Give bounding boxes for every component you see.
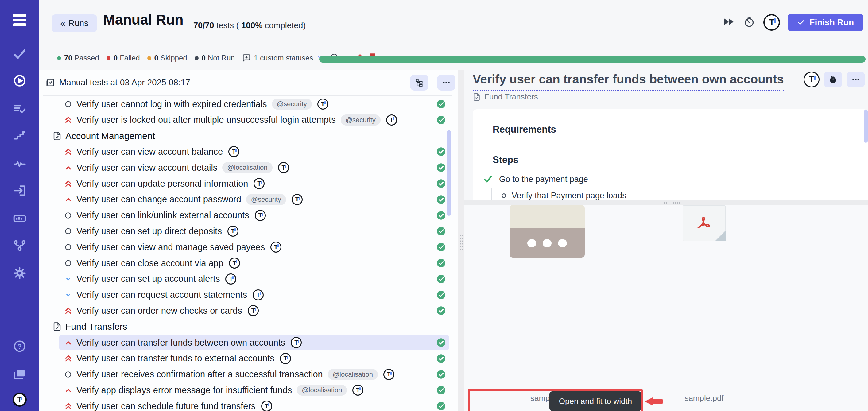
test-row[interactable]: Verify user can set up account alerts T	[39, 271, 458, 287]
priority-high-icon	[64, 164, 73, 172]
ai-indicator-icon[interactable]: T	[352, 385, 363, 396]
test-row[interactable]: Verify app displays error message for in…	[39, 382, 458, 398]
ai-indicator-icon[interactable]: T	[228, 146, 239, 157]
test-row[interactable]: Verify user can view account balance T	[39, 144, 458, 160]
test-row[interactable]: Verify user can close account via app T	[39, 255, 458, 271]
tag-pill: @security	[246, 194, 286, 205]
test-row[interactable]: Verify user can transfer funds between o…	[39, 335, 458, 351]
test-row-title: Verify user can update personal informat…	[76, 179, 248, 189]
list-more-button[interactable]	[437, 74, 456, 91]
ai-indicator-icon[interactable]: T	[253, 178, 265, 189]
substep-text: Verify that Payment page loads	[512, 191, 626, 200]
back-to-runs-button[interactable]: « Runs	[52, 14, 97, 32]
ai-indicator-icon[interactable]: T	[248, 305, 259, 316]
sidebar-steps-icon[interactable]	[12, 128, 27, 143]
tag-pill: @localisation	[328, 369, 378, 380]
ai-assistant-icon[interactable]: T	[804, 71, 819, 88]
ai-indicator-icon[interactable]: T	[261, 401, 272, 411]
ai-indicator-icon[interactable]: T	[225, 274, 236, 285]
test-row[interactable]: Verify user can order new checks or card…	[39, 303, 458, 319]
menu-icon[interactable]	[13, 14, 26, 28]
priority-high-icon	[64, 339, 73, 347]
sidebar-check-icon[interactable]	[12, 47, 27, 61]
topbar-actions: T Finish Run	[722, 13, 863, 31]
detail-scrollbar[interactable]	[864, 109, 868, 143]
finish-run-button[interactable]: Finish Run	[788, 13, 863, 31]
ai-indicator-icon[interactable]: T	[317, 98, 329, 109]
sidebar-sign-in-icon[interactable]	[12, 184, 27, 198]
attachment-image-thumbnail[interactable]	[509, 205, 585, 257]
notrun-count: 0Not Run	[195, 54, 235, 62]
stopwatch-button[interactable]	[824, 71, 842, 88]
ai-indicator-icon[interactable]: T	[278, 162, 289, 173]
test-content-card: Requirements Steps	[473, 109, 868, 200]
ai-indicator-icon[interactable]: T	[227, 226, 239, 236]
test-row[interactable]: Verify user can update personal informat…	[39, 176, 458, 192]
test-row[interactable]: Verify user cannot log in with expired c…	[39, 96, 458, 112]
attachments-resize-handle[interactable]	[464, 200, 868, 205]
tree-view-button[interactable]	[410, 74, 429, 91]
percent-complete: 100%	[241, 21, 262, 30]
test-row[interactable]: Verify user can schedule future fund tra…	[39, 398, 458, 411]
test-row[interactable]: Verify user can change account password …	[39, 192, 458, 208]
passed-status-badge	[436, 147, 446, 156]
test-row[interactable]: Verify user is locked out after multiple…	[39, 112, 458, 128]
breadcrumb-label: Fund Transfers	[484, 92, 538, 102]
step-text: Go to the payment page	[499, 175, 588, 184]
test-row[interactable]: Verify user receives confirmation after …	[39, 367, 458, 382]
test-row[interactable]: Verify user can link/unlink external acc…	[39, 208, 458, 223]
ai-indicator-icon[interactable]: T	[280, 353, 291, 364]
test-row[interactable]: Verify user can set up direct deposits T	[39, 223, 458, 239]
test-row[interactable]: Verify user can view account details @lo…	[39, 160, 458, 176]
passed-status-badge	[436, 338, 446, 347]
sidebar-gear-icon[interactable]	[12, 266, 27, 280]
list-scrollbar[interactable]	[447, 130, 451, 216]
sidebar-bar-chart-icon[interactable]	[12, 212, 27, 226]
test-row[interactable]: Verify user can request account statemen…	[39, 287, 458, 303]
detail-actions: T	[804, 71, 865, 88]
sidebar-activity-icon[interactable]	[12, 157, 27, 171]
finish-run-label: Finish Run	[809, 18, 854, 27]
passed-status-badge	[436, 402, 446, 411]
priority-highest-icon	[64, 307, 73, 315]
test-row[interactable]: Verify user can transfer funds to extern…	[39, 351, 458, 367]
priority-high-icon	[64, 386, 73, 394]
test-detail-panel: Verify user can transfer funds between o…	[464, 70, 868, 411]
fast-forward-icon[interactable]	[722, 15, 735, 29]
detail-more-button[interactable]	[846, 71, 865, 88]
panel-resize-handle[interactable]	[458, 70, 464, 411]
custom-statuses[interactable]: 1 custom statuses	[242, 54, 313, 62]
sidebar-help-icon[interactable]: ?	[12, 339, 27, 353]
test-row-title: Verify user can set up direct deposits	[76, 226, 222, 236]
breadcrumb[interactable]: Fund Transfers	[473, 92, 538, 102]
passed-count: 70Passed	[57, 54, 99, 62]
passed-status-badge	[436, 116, 446, 125]
ai-indicator-icon[interactable]: T	[255, 210, 266, 221]
tooltip: Open and fit to width	[549, 391, 642, 411]
sidebar-list-check-icon[interactable]	[12, 102, 27, 116]
ai-indicator-icon[interactable]: T	[253, 289, 264, 301]
test-row-title: Verify user is locked out after multiple…	[76, 115, 336, 125]
section-row[interactable]: Fund Transfers	[39, 319, 458, 335]
ai-indicator-icon[interactable]: T	[229, 257, 240, 268]
sidebar-play-circle-icon[interactable]	[12, 74, 27, 88]
ai-indicator-icon[interactable]: T	[291, 194, 303, 205]
ai-indicator-icon[interactable]: T	[291, 337, 302, 348]
sidebar-folders-icon[interactable]	[12, 367, 27, 381]
timer-icon[interactable]	[743, 15, 755, 29]
attachment-image-label: samp	[530, 393, 550, 403]
priority-low-icon	[64, 275, 73, 283]
app-root: { "colors": { "sidebar": "#3c39ae", "acc…	[0, 0, 868, 411]
ai-indicator-icon[interactable]: T	[270, 242, 281, 253]
passed-dot-icon	[57, 56, 61, 60]
message-plus-icon	[242, 54, 251, 62]
section-row[interactable]: Account Management	[39, 128, 458, 144]
test-title[interactable]: Verify user can transfer funds between o…	[473, 72, 784, 91]
attachment-pdf-thumbnail[interactable]	[683, 205, 725, 241]
priority-medium-icon	[64, 371, 73, 378]
ai-indicator-icon[interactable]: T	[386, 115, 397, 126]
test-row-title: Verify user can transfer funds between o…	[76, 338, 285, 348]
sidebar-branch-icon[interactable]	[12, 239, 27, 253]
test-row[interactable]: Verify user can view and manage saved pa…	[39, 239, 458, 255]
ai-indicator-icon[interactable]: T	[383, 369, 394, 380]
